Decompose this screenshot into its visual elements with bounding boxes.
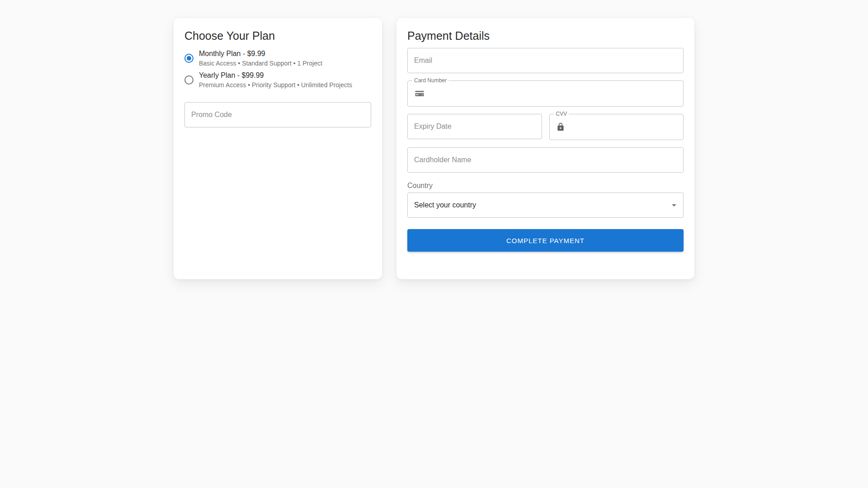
card-number-field[interactable]: Card Number [407, 80, 684, 107]
payment-card: Payment Details Card Number [396, 18, 694, 279]
cvv-input[interactable] [569, 118, 677, 136]
plan-option-description: Basic Access • Standard Support • 1 Proj… [199, 59, 322, 68]
plan-option-monthly[interactable]: Monthly Plan - $9.99 Basic Access • Stan… [184, 49, 371, 68]
checkout-page: Choose Your Plan Monthly Plan - $9.99 Ba… [0, 0, 868, 488]
email-field-wrapper [407, 48, 684, 73]
cards-container: Choose Your Plan Monthly Plan - $9.99 Ba… [174, 0, 694, 279]
country-select-value: Select your country [414, 201, 476, 209]
expiry-date-field[interactable] [407, 114, 542, 139]
cardholder-name-field[interactable] [407, 147, 684, 173]
plan-option-text: Yearly Plan - $99.99 Premium Access • Pr… [199, 70, 352, 89]
card-number-label: Card Number [412, 77, 448, 84]
plan-option-text: Monthly Plan - $9.99 Basic Access • Stan… [199, 49, 322, 68]
cvv-label: CVV [554, 111, 569, 117]
card-number-input[interactable] [429, 84, 677, 103]
cvv-field[interactable]: CVV [549, 114, 684, 140]
credit-card-icon [414, 88, 425, 99]
plan-option-yearly[interactable]: Yearly Plan - $99.99 Premium Access • Pr… [184, 70, 371, 89]
email-field[interactable] [407, 48, 684, 73]
plan-option-label: Yearly Plan - $99.99 [199, 70, 352, 80]
plan-card-title: Choose Your Plan [184, 29, 371, 42]
complete-payment-button[interactable]: COMPLETE PAYMENT [407, 229, 684, 252]
radio-checked-icon[interactable] [184, 54, 193, 63]
radio-unchecked-icon[interactable] [184, 75, 193, 84]
payment-card-title: Payment Details [407, 29, 684, 42]
dropdown-arrow-icon [669, 200, 679, 211]
lock-icon [556, 122, 565, 131]
plan-card: Choose Your Plan Monthly Plan - $9.99 Ba… [174, 18, 382, 279]
plan-option-label: Monthly Plan - $9.99 [199, 49, 322, 59]
cardholder-field-wrapper [407, 147, 684, 173]
country-label: Country [407, 181, 684, 190]
plan-radio-group: Monthly Plan - $9.99 Basic Access • Stan… [184, 49, 371, 89]
plan-option-description: Premium Access • Priority Support • Unli… [199, 80, 352, 89]
country-select[interactable]: Select your country [407, 192, 684, 218]
promo-code-input[interactable] [184, 102, 371, 127]
expiry-cvv-row: CVV [407, 114, 684, 140]
